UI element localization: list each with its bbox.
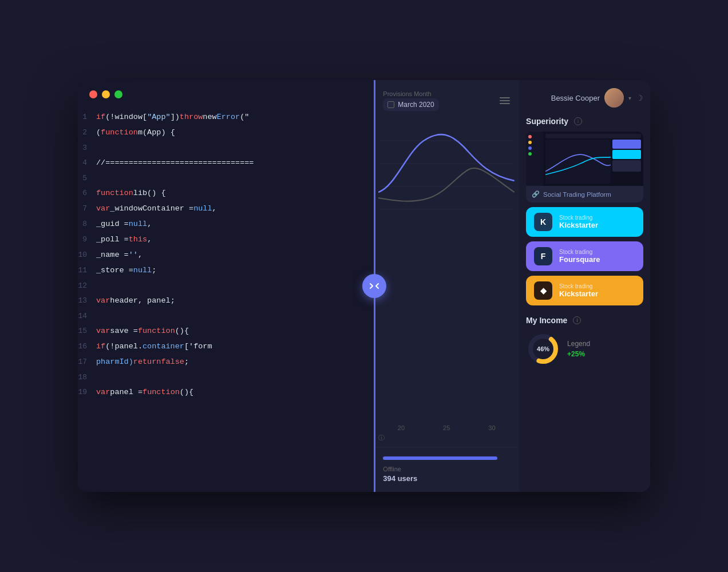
code-token: if [96, 340, 105, 353]
offline-bar [383, 456, 497, 460]
code-token: pharmId) [96, 356, 133, 369]
code-line: 5 [78, 171, 374, 186]
x-label-3: 30 [488, 424, 495, 431]
chart-header: Provisions Month March 2020 [374, 80, 519, 118]
offline-section: Offline 394 users [374, 447, 519, 492]
donut-chart: 46% [526, 332, 560, 366]
code-token: ; [184, 356, 189, 369]
chart-header-left: Provisions Month March 2020 [383, 90, 438, 111]
code-token: ['form [184, 340, 212, 353]
card-info: Stock trading Foursquare [559, 249, 600, 264]
code-line: 12 [78, 279, 374, 293]
mini-main [543, 132, 643, 186]
x-label-2: 25 [443, 424, 450, 431]
line-number: 18 [78, 371, 96, 384]
code-line: 13 var header, panel; [78, 293, 374, 309]
theme-toggle-icon[interactable]: ☽ [636, 93, 643, 102]
mini-card-2 [612, 150, 641, 159]
income-section: My Income i 46% Legend +25% [526, 316, 643, 366]
code-token: ; [152, 264, 156, 277]
code-token: var [96, 325, 110, 338]
mini-dot-2 [528, 141, 532, 144]
code-token: var [96, 295, 110, 308]
mini-right [612, 140, 641, 184]
card-label: Stock trading [559, 214, 598, 221]
provisions-label: Provisions Month [383, 90, 438, 97]
code-line: 1if (!window["App"]) throw new Error(" [78, 110, 374, 125]
code-token: _windowContainer = [110, 202, 193, 216]
code-line: 18 [78, 370, 374, 385]
code-token: lib() { [133, 187, 166, 200]
user-name: Bessie Cooper [551, 94, 600, 102]
trading-card[interactable]: F Stock trading Foursquare [526, 241, 643, 271]
code-token: null [129, 218, 147, 231]
code-token: container [143, 340, 184, 353]
income-legend: Legend +25% [567, 340, 590, 358]
code-token: (){ [180, 386, 193, 399]
minimize-button[interactable] [102, 90, 110, 98]
card-info: Stock trading Kickstarter [559, 214, 598, 229]
code-token: this [129, 233, 147, 247]
user-header: Bessie Cooper ▾ ☽ [526, 80, 643, 117]
code-token: _store = [96, 264, 133, 277]
code-token: null [133, 264, 152, 277]
mini-card-3 [612, 160, 641, 172]
chart-x-labels: 20 25 30 [374, 422, 519, 434]
code-line: 7 var _windowContainer = null, [78, 201, 374, 217]
code-token: var [96, 386, 110, 399]
offline-users: 394 users [383, 474, 510, 483]
mini-dot-3 [528, 146, 532, 150]
line-number: 19 [78, 386, 96, 399]
chart-container [374, 118, 519, 422]
chevron-down-icon[interactable]: ▾ [628, 95, 631, 101]
code-token: '' [129, 249, 138, 262]
income-title: My Income i [526, 316, 643, 325]
code-token: function [101, 126, 138, 140]
code-token: function [138, 325, 175, 338]
superiority-info-icon: i [574, 117, 582, 125]
code-token: , [147, 218, 152, 231]
code-line: 3 [78, 141, 374, 156]
code-line: 10 _name = '', [78, 248, 374, 263]
code-token: ]) [171, 111, 180, 124]
code-token: var [96, 202, 110, 216]
avatar [604, 88, 624, 108]
resize-handle[interactable] [362, 274, 386, 298]
maximize-button[interactable] [114, 90, 122, 98]
income-label: My Income [526, 316, 567, 325]
card-name: Kickstarter [559, 289, 598, 298]
mini-content [545, 140, 641, 184]
code-token: "App" [147, 111, 171, 124]
trading-cards: K Stock trading Kickstarter F Stock trad… [526, 207, 643, 305]
code-line: 4 //================================ [78, 156, 374, 171]
calendar-icon [387, 101, 394, 108]
legend-text: Legend [567, 340, 590, 348]
mini-dot-1 [528, 135, 532, 138]
close-button[interactable] [89, 90, 97, 98]
code-line: 2(function m(App) { [78, 125, 374, 141]
code-token: function [96, 187, 133, 200]
code-token: , [212, 202, 217, 216]
right-panel: Bessie Cooper ▾ ☽ Superiority i [519, 80, 650, 492]
x-label-1: 20 [398, 424, 405, 431]
line-number: 17 [78, 356, 96, 368]
offline-label: Offline [383, 466, 510, 472]
line-number: 15 [78, 325, 96, 337]
code-token: function [143, 386, 180, 399]
menu-icon[interactable] [500, 97, 510, 104]
code-token: _poll = [96, 233, 129, 247]
chart-info-icon: ⓘ [374, 434, 519, 447]
code-token: header, panel; [110, 295, 175, 308]
code-token: null [193, 202, 212, 216]
mini-left [545, 140, 611, 184]
line-number: 11 [78, 264, 96, 277]
social-trading-link[interactable]: 🔗 Social Trading Platform [526, 186, 643, 202]
code-token: , [147, 233, 152, 247]
trading-card[interactable]: ◆ Stock trading Kickstarter [526, 276, 643, 305]
trading-card[interactable]: K Stock trading Kickstarter [526, 207, 643, 237]
line-number: 14 [78, 310, 96, 323]
line-number: 16 [78, 340, 96, 353]
code-token: false [161, 356, 184, 369]
chart-date: March 2020 [398, 101, 434, 109]
line-number: 6 [78, 187, 96, 200]
